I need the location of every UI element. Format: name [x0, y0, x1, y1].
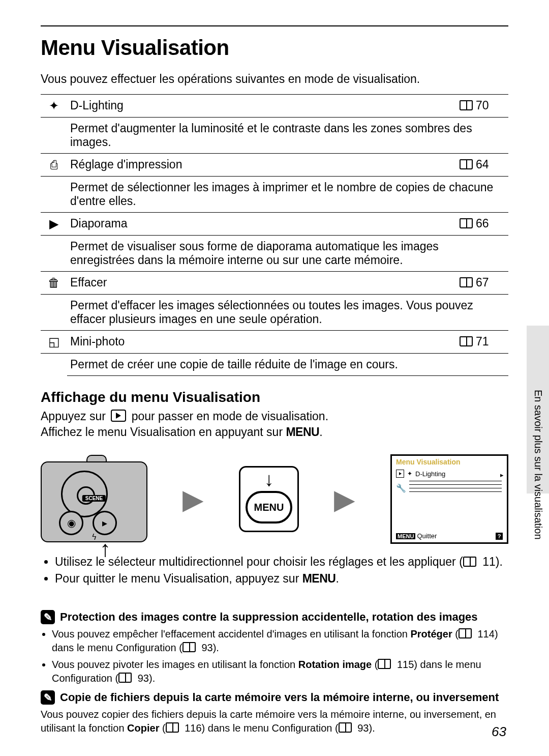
page-ref-number: 71: [476, 335, 489, 348]
book-icon: [460, 159, 473, 169]
text-fragment: .: [319, 425, 322, 439]
page-ref: 64: [456, 154, 508, 177]
page-title: Menu Visualisation: [41, 36, 508, 60]
menu-button-illustration: ↓ MENU: [239, 466, 299, 532]
smallpic-icon: ◱: [41, 331, 67, 354]
page-ref-number: 66: [476, 217, 489, 230]
page-ref-number: 115: [397, 659, 414, 670]
text-fragment: Pour quitter le menu Visualisation, appu…: [55, 572, 302, 585]
menu-item-desc: Permet de créer une copie de taille rédu…: [67, 354, 508, 376]
page-ref: 67: [456, 272, 508, 295]
page-ref-number: 93: [138, 673, 149, 684]
instruction-bullets: Utilisez le sélecteur multidirectionnel …: [41, 555, 508, 586]
pencil-icon: ✎: [41, 610, 55, 624]
playback-tab-icon: [396, 470, 404, 478]
menu-item-desc: Permet d'augmenter la luminosité et le c…: [67, 118, 508, 154]
text-fragment: Vous pouvez empêcher l'effacement accide…: [52, 628, 410, 639]
menu-row-delete: 🗑 Effacer 67: [41, 272, 508, 295]
book-icon: [460, 336, 473, 346]
menu-row-desc: Permet d'effacer les images sélectionnée…: [41, 295, 508, 331]
book-icon: [166, 722, 179, 733]
page-ref-number: 11: [482, 555, 496, 568]
menu-item-desc: Permet de sélectionner les images à impr…: [67, 177, 508, 213]
section-heading: Affichage du menu Visualisation: [41, 389, 508, 405]
note-title-text: Protection des images contre la suppress…: [60, 610, 478, 624]
bullet-item: Pour quitter le menu Visualisation, appu…: [55, 572, 508, 586]
book-icon: [378, 659, 391, 669]
text-fragment: Utilisez le sélecteur multidirectionnel …: [55, 555, 463, 568]
section-body: Appuyez sur pour passer en mode de visua…: [41, 409, 508, 440]
book-icon: [118, 673, 132, 683]
page-ref-number: 64: [476, 158, 489, 171]
menu-item-name: Effacer: [67, 272, 456, 295]
book-icon: [182, 642, 196, 652]
arrow-right-icon: ▶: [334, 483, 355, 515]
menu-label: MENU: [286, 425, 319, 439]
lcd-menu-tag: MENU: [396, 533, 415, 539]
playback-mode-icon: ▸: [93, 511, 117, 535]
dlighting-icon: ✦: [41, 95, 67, 118]
book-icon: [339, 722, 352, 733]
lcd-item-label: D-Lighting: [415, 470, 445, 478]
menu-row-slideshow: ▶ Diaporama 66: [41, 213, 508, 236]
menu-item-name: Diaporama: [67, 213, 456, 236]
shoot-mode-icon: ◉: [59, 511, 83, 535]
book-icon: [459, 628, 472, 638]
note-title-text: Copie de fichiers depuis la carte mémoir…: [60, 691, 499, 704]
print-icon: ⎙: [41, 154, 67, 177]
page-ref-number: 114: [478, 628, 495, 639]
text-fragment: ) dans le menu Configuration (: [202, 722, 339, 734]
text-fragment: pour passer en mode de visualisation.: [132, 410, 328, 423]
playback-menu-table: ✦ D-Lighting 70 Permet d'augmenter la lu…: [41, 94, 508, 376]
menu-row-smallpic: ◱ Mini-photo 71: [41, 331, 508, 354]
menu-item-desc: Permet de visualiser sous forme de diapo…: [67, 236, 508, 272]
menu-row-dlighting: ✦ D-Lighting 70: [41, 95, 508, 118]
page-ref: 70: [456, 95, 508, 118]
side-tab-label: En savoir plus sur la visualisation: [532, 390, 544, 540]
text-fragment: (: [372, 659, 378, 670]
note-bullet: Vous pouvez empêcher l'effacement accide…: [52, 627, 508, 655]
menu-row-desc: Permet de créer une copie de taille rédu…: [41, 354, 508, 376]
menu-button-label: MENU: [246, 491, 292, 524]
bold-label: Protéger: [410, 628, 452, 639]
page-ref: 66: [456, 213, 508, 236]
book-icon: [460, 218, 473, 228]
page-ref-number: 70: [476, 99, 489, 112]
menu-item-name: D-Lighting: [67, 95, 456, 118]
text-fragment: Vous pouvez pivoter les images en utilis…: [52, 659, 298, 670]
page-number: 63: [492, 724, 506, 740]
text-fragment: Appuyez sur: [41, 410, 109, 423]
menu-item-name: Mini-photo: [67, 331, 456, 354]
arrow-right-icon: ▶: [182, 483, 204, 515]
menu-item-name: Réglage d'impression: [67, 154, 456, 177]
text-fragment: ).: [369, 722, 375, 734]
bold-label: Rotation image: [298, 659, 372, 670]
note-bullet: Vous pouvez pivoter les images en utilis…: [52, 658, 508, 685]
intro-text: Vous pouvez effectuer les opérations sui…: [41, 71, 508, 87]
page-ref: 71: [456, 331, 508, 354]
setup-tab-icon: 🔧: [396, 483, 406, 493]
flash-icon: ϟ: [92, 532, 97, 542]
book-icon: [463, 557, 476, 567]
book-icon: [460, 100, 473, 110]
note-body: Vous pouvez copier des fichiers depuis l…: [41, 708, 508, 735]
instruction-diagram: SCENE ◉ ▸ ϟ ↑ ▶ ↓ MENU ▶ Menu Visualisat…: [41, 454, 508, 544]
book-icon: [460, 277, 473, 287]
manual-page: En savoir plus sur la visualisation Menu…: [0, 0, 549, 756]
bullet-item: Utilisez le sélecteur multidirectionnel …: [55, 555, 508, 569]
arrow-up-icon: ↑: [100, 536, 111, 562]
page-ref-number: 67: [476, 276, 489, 289]
help-icon: ?: [496, 533, 503, 540]
lcd-title: Menu Visualisation: [392, 456, 507, 468]
pencil-icon: ✎: [41, 690, 55, 705]
bold-label: Copier: [127, 722, 159, 734]
text-fragment: Affichez le menu Visualisation en appuya…: [41, 425, 286, 439]
slideshow-icon: ▶: [41, 213, 67, 236]
camera-back-illustration: SCENE ◉ ▸ ϟ ↑: [41, 456, 147, 542]
text-fragment: (: [452, 628, 459, 639]
menu-row-desc: Permet de sélectionner les images à impr…: [41, 177, 508, 213]
text-fragment: ).: [213, 642, 219, 653]
menu-row-print: ⎙ Réglage d'impression 64: [41, 154, 508, 177]
menu-item-desc: Permet d'effacer les images sélectionnée…: [67, 295, 508, 331]
note-protection: ✎ Protection des images contre la suppre…: [41, 610, 508, 735]
